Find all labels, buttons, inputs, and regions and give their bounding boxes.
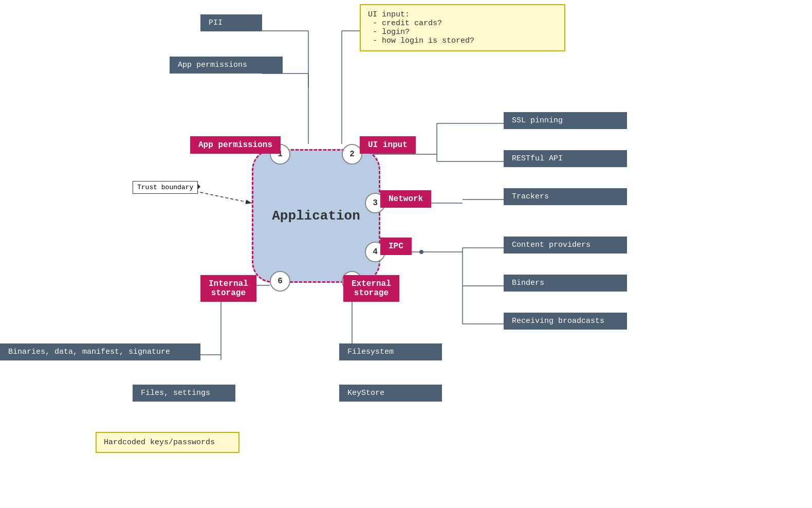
- pink-ipc: IPC: [380, 238, 412, 255]
- gray-trackers: Trackers: [504, 188, 627, 205]
- gray-restful: RESTful API: [504, 150, 627, 167]
- gray-binaries: Binaries, data, manifest, signature: [0, 343, 200, 360]
- application-label: Application: [272, 208, 360, 224]
- gray-content-providers: Content providers: [504, 237, 627, 253]
- diagram-container: Application 1 2 3 4 5 6 App permissions …: [0, 0, 812, 508]
- gray-receiving-broadcasts: Receiving broadcasts: [504, 313, 627, 330]
- gray-ssl: SSL pinning: [504, 112, 627, 129]
- gray-keystore: KeyStore: [339, 385, 442, 402]
- pink-app-permissions: App permissions: [190, 136, 281, 154]
- pink-network: Network: [380, 190, 431, 208]
- node-6: 6: [270, 271, 290, 292]
- pink-external-storage: Externalstorage: [343, 275, 399, 302]
- trust-boundary-label: Trust boundary: [133, 181, 198, 194]
- gray-files-settings: Files, settings: [133, 385, 235, 402]
- yellow-hardcoded: Hardcoded keys/passwords: [96, 432, 239, 453]
- yellow-ui-note: UI input: - credit cards? - login? - how…: [360, 4, 565, 51]
- gray-binders: Binders: [504, 275, 627, 292]
- gray-filesystem: Filesystem: [339, 343, 442, 360]
- application-center: Application: [252, 149, 380, 283]
- gray-app-permissions: App permissions: [170, 57, 283, 74]
- node-2: 2: [342, 144, 362, 165]
- pink-internal-storage: Internalstorage: [200, 275, 256, 302]
- gray-pii: PII: [200, 14, 262, 31]
- pink-ui-input: UI input: [360, 136, 416, 154]
- svg-point-20: [419, 250, 423, 254]
